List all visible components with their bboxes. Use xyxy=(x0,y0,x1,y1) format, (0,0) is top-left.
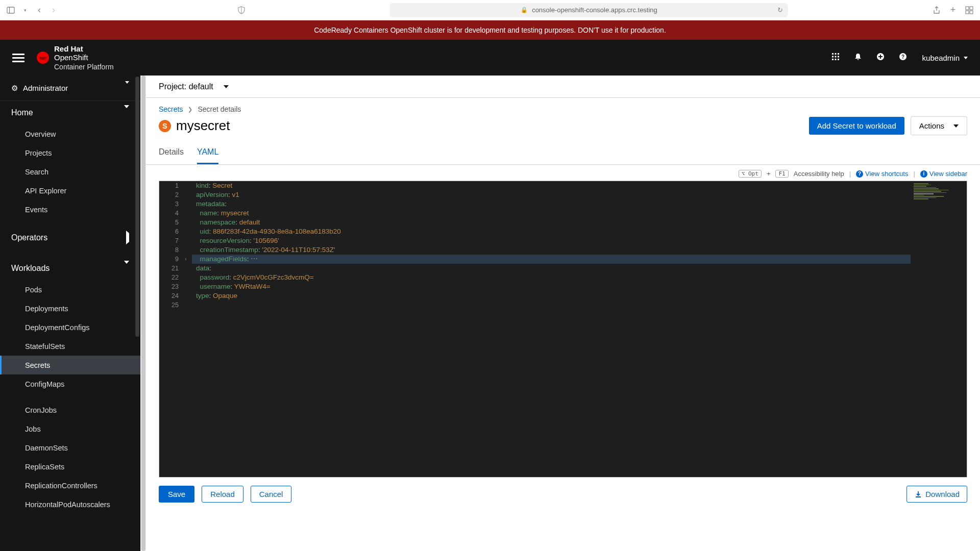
nav-item-replicasets[interactable]: ReplicaSets xyxy=(0,457,140,476)
perspective-switcher[interactable]: ⚙ Administrator xyxy=(0,76,140,101)
sidebar: ⚙ Administrator Home Overview Projects S… xyxy=(0,76,140,551)
dropdown-icon[interactable]: ▾ xyxy=(20,6,30,15)
nav-item-deployments[interactable]: Deployments xyxy=(0,299,140,318)
editor-actions: Save Reload Cancel Download xyxy=(146,478,980,508)
caret-down-icon xyxy=(125,81,129,92)
browser-toolbar: ▾ ‹ › 🔒 console-openshift-console.apps.c… xyxy=(0,0,980,20)
svg-rect-10 xyxy=(832,56,834,58)
nav-item-deploymentconfigs[interactable]: DeploymentConfigs xyxy=(0,318,140,337)
nav-item-projects[interactable]: Projects xyxy=(0,143,140,162)
save-button[interactable]: Save xyxy=(159,486,194,503)
chevron-right-icon xyxy=(126,231,129,244)
sidebar-toggle-icon[interactable] xyxy=(6,6,15,15)
breadcrumb-leaf: Secret details xyxy=(198,105,241,113)
view-sidebar-link[interactable]: iView sidebar xyxy=(920,170,967,178)
svg-rect-9 xyxy=(838,53,839,55)
svg-rect-6 xyxy=(970,11,973,14)
editor-gutter: 1234567892122232425 xyxy=(159,181,185,477)
yaml-editor[interactable]: 1234567892122232425 › kind: SecretapiVer… xyxy=(159,181,967,478)
svg-rect-0 xyxy=(7,7,14,13)
breadcrumb-root[interactable]: Secrets xyxy=(159,105,183,113)
breadcrumb: Secrets ❯ Secret details xyxy=(146,98,980,113)
svg-rect-8 xyxy=(835,53,836,55)
redhat-logo-icon xyxy=(37,52,49,64)
nav-section-workloads[interactable]: Workloads xyxy=(0,257,140,280)
actions-menu-button[interactable]: Actions xyxy=(911,116,967,135)
resource-badge: S xyxy=(159,120,171,132)
reload-button[interactable]: Reload xyxy=(202,486,243,503)
a11y-help-label: Accessibility help xyxy=(794,170,844,178)
view-shortcuts-link[interactable]: ?View shortcuts xyxy=(856,170,908,178)
svg-rect-15 xyxy=(838,59,839,60)
nav-item-hpa[interactable]: HorizontalPodAutoscalers xyxy=(0,495,140,514)
nav-item-pods[interactable]: Pods xyxy=(0,280,140,299)
nav-item-secrets[interactable]: Secrets xyxy=(0,356,140,374)
tab-overview-icon[interactable] xyxy=(965,6,974,15)
nav-item-events[interactable]: Events xyxy=(0,200,140,219)
info-icon: i xyxy=(920,170,927,178)
nav-item-cronjobs[interactable]: CronJobs xyxy=(0,400,140,419)
tab-yaml[interactable]: YAML xyxy=(197,142,218,164)
nav-section-label: Workloads xyxy=(11,264,50,273)
nav-item-overview[interactable]: Overview xyxy=(0,124,140,143)
svg-rect-3 xyxy=(966,7,969,10)
page-title: mysecret xyxy=(176,118,230,134)
sidebar-scrollbar[interactable] xyxy=(135,77,139,337)
chevron-down-icon xyxy=(124,105,129,117)
lock-icon: 🔒 xyxy=(521,7,528,13)
import-icon[interactable] xyxy=(876,53,885,63)
notifications-icon[interactable] xyxy=(854,53,862,63)
nav-section-label: Home xyxy=(11,108,33,117)
nav-item-jobs[interactable]: Jobs xyxy=(0,419,140,438)
chevron-right-icon: ❯ xyxy=(188,106,192,113)
nav-item-daemonsets[interactable]: DaemonSets xyxy=(0,438,140,457)
download-button[interactable]: Download xyxy=(906,486,967,503)
help-icon[interactable]: ? xyxy=(899,53,907,63)
add-to-workload-button[interactable]: Add Secret to workload xyxy=(809,117,904,135)
editor-minimap[interactable] xyxy=(911,181,967,477)
cancel-button[interactable]: Cancel xyxy=(251,486,292,503)
nav-section-home[interactable]: Home xyxy=(0,101,140,124)
svg-rect-4 xyxy=(970,7,973,10)
reload-icon[interactable]: ↻ xyxy=(777,6,783,14)
brand: Red Hat OpenShift Container Platform xyxy=(37,44,114,71)
gear-icon: ⚙ xyxy=(11,84,18,93)
svg-text:?: ? xyxy=(901,54,904,60)
editor-code-area[interactable]: kind: SecretapiVersion: v1metadata: name… xyxy=(192,181,911,477)
masthead: Red Hat OpenShift Container Platform ? k… xyxy=(0,40,980,76)
user-menu[interactable]: kubeadmin xyxy=(922,54,968,62)
nav-toggle-button[interactable] xyxy=(12,52,24,64)
nav-item-statefulsets[interactable]: StatefulSets xyxy=(0,337,140,356)
brand-line1: Red Hat xyxy=(54,44,83,53)
project-selector[interactable]: Project: default xyxy=(146,76,980,98)
app-launcher-icon[interactable] xyxy=(831,53,840,63)
caret-down-icon xyxy=(224,85,229,88)
brand-line2: OpenShift xyxy=(54,53,88,62)
share-icon[interactable] xyxy=(932,6,941,15)
forward-icon[interactable]: › xyxy=(49,6,58,15)
nav-item-api-explorer[interactable]: API Explorer xyxy=(0,181,140,200)
warning-banner: CodeReady Containers OpenShift cluster i… xyxy=(0,20,980,40)
chevron-down-icon xyxy=(124,261,129,272)
tab-details[interactable]: Details xyxy=(159,142,184,164)
back-icon[interactable]: ‹ xyxy=(35,6,44,15)
nav-item-search[interactable]: Search xyxy=(0,162,140,181)
brand-line3: Container Platform xyxy=(54,63,114,71)
kbd-opt: ⌥ Opt xyxy=(739,170,762,178)
nav-item-replicationcontrollers[interactable]: ReplicationControllers xyxy=(0,476,140,495)
svg-rect-11 xyxy=(835,56,836,58)
nav-item-configmaps[interactable]: ConfigMaps xyxy=(0,374,140,393)
nav-section-operators[interactable]: Operators xyxy=(0,226,140,249)
editor-toolbar: ⌥ Opt + F1 Accessibility help | ?View sh… xyxy=(146,165,980,181)
address-bar[interactable]: 🔒 console-openshift-console.apps.crc.tes… xyxy=(390,3,788,17)
caret-down-icon xyxy=(953,124,959,128)
nav-section-label: Operators xyxy=(11,233,47,242)
warning-banner-text: CodeReady Containers OpenShift cluster i… xyxy=(314,26,666,34)
caret-down-icon xyxy=(964,57,968,59)
content-scrollbar[interactable] xyxy=(141,76,146,551)
svg-rect-7 xyxy=(832,53,834,55)
kbd-f1: F1 xyxy=(775,170,788,178)
new-tab-icon[interactable]: + xyxy=(948,6,958,15)
perspective-label: Administrator xyxy=(23,84,68,92)
privacy-shield-icon[interactable] xyxy=(237,6,246,15)
